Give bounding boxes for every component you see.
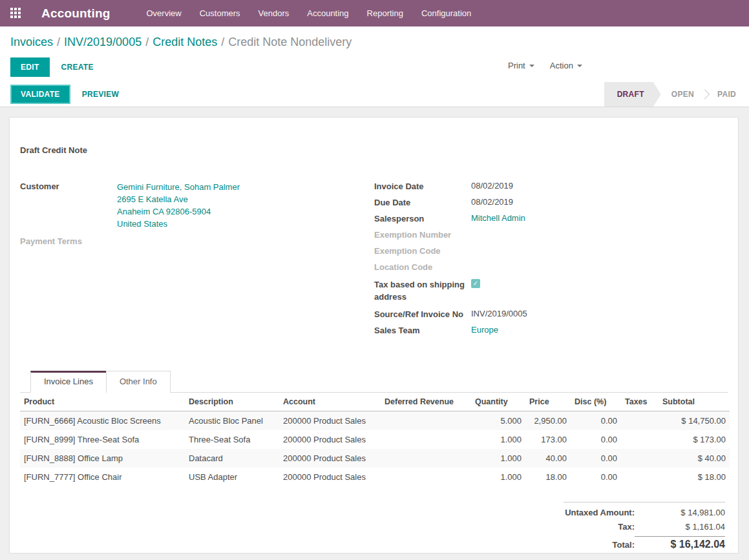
tab-other-info[interactable]: Other Info xyxy=(106,371,171,393)
salesperson-value[interactable]: Mitchell Admin xyxy=(471,213,525,223)
invoice-date-label: Invoice Date xyxy=(374,181,471,191)
table-row[interactable]: [FURN_7777] Office Chair USB Adapter 200… xyxy=(20,468,730,486)
cell-taxes[interactable] xyxy=(621,449,659,468)
source-ref-value: INV/2019/0005 xyxy=(471,309,527,319)
top-navbar: Accounting Overview Customers Vendors Ac… xyxy=(0,0,749,26)
cell-deferred[interactable] xyxy=(381,430,471,449)
total-row: Total: $ 16,142.04 xyxy=(564,536,725,550)
cell-disc[interactable]: 0.00 xyxy=(571,468,621,486)
breadcrumb-credit-notes[interactable]: Credit Notes xyxy=(153,36,217,48)
apps-grid-icon[interactable] xyxy=(10,8,22,19)
exemption-code-field: Exemption Code xyxy=(374,245,726,256)
cell-description[interactable]: Acoustic Bloc Panel xyxy=(185,411,279,431)
print-dropdown[interactable]: Print xyxy=(508,61,534,70)
invoice-lines-table: Product Description Account Deferred Rev… xyxy=(20,393,730,486)
cell-price[interactable]: 2,950.00 xyxy=(525,411,571,431)
breadcrumb-invoice-number[interactable]: INV/2019/0005 xyxy=(64,36,142,48)
cell-price[interactable]: 18.00 xyxy=(525,468,571,486)
cell-deferred[interactable] xyxy=(381,449,471,468)
cell-product[interactable]: [FURN_6666] Acoustic Bloc Screens xyxy=(20,411,185,431)
menu-reporting[interactable]: Reporting xyxy=(367,8,403,18)
breadcrumb-invoices[interactable]: Invoices xyxy=(10,36,53,48)
cell-subtotal[interactable]: $ 40.00 xyxy=(659,449,730,468)
status-draft[interactable]: DRAFT xyxy=(604,82,661,107)
tax-row: Tax: $ 1,161.04 xyxy=(564,522,725,532)
cell-deferred[interactable] xyxy=(381,411,471,431)
cell-disc[interactable]: 0.00 xyxy=(571,430,621,449)
cell-account[interactable]: 200000 Product Sales xyxy=(279,430,381,449)
menu-customers[interactable]: Customers xyxy=(200,8,240,18)
cell-account[interactable]: 200000 Product Sales xyxy=(279,449,381,468)
tax-label: Tax: xyxy=(618,522,635,532)
breadcrumb-separator: / xyxy=(57,36,60,48)
menu-overview[interactable]: Overview xyxy=(147,8,182,18)
tax-shipping-checkbox[interactable]: ✓ xyxy=(471,279,480,288)
cell-subtotal[interactable]: $ 173.00 xyxy=(659,430,730,449)
source-ref-label: Source/Ref Invoice No xyxy=(374,309,471,319)
col-account: Account xyxy=(279,393,381,411)
preview-button[interactable]: PREVIEW xyxy=(82,90,119,99)
cell-price[interactable]: 173.00 xyxy=(525,430,571,449)
status-pills: DRAFT OPEN PAID xyxy=(604,82,749,107)
table-header-row: Product Description Account Deferred Rev… xyxy=(20,393,730,411)
cell-description[interactable]: Three-Seat Sofa xyxy=(185,430,279,449)
location-code-field: Location Code xyxy=(374,262,726,272)
customer-label: Customer xyxy=(20,181,117,230)
untaxed-amount-row: Untaxed Amount: $ 14,981.00 xyxy=(564,508,725,517)
cell-description[interactable]: USB Adapter xyxy=(185,468,279,486)
validate-button[interactable]: VALIDATE xyxy=(10,85,70,104)
table-row[interactable]: [FURN_8888] Office Lamp Datacard 200000 … xyxy=(20,449,730,468)
customer-country[interactable]: United States xyxy=(117,218,240,230)
cell-description[interactable]: Datacard xyxy=(185,449,279,468)
table-row[interactable]: [FURN_8999] Three-Seat Sofa Three-Seat S… xyxy=(20,430,730,449)
cell-account[interactable]: 200000 Product Sales xyxy=(279,468,381,486)
statusbar: VALIDATE PREVIEW DRAFT OPEN PAID xyxy=(0,82,749,107)
cell-subtotal[interactable]: $ 14,750.00 xyxy=(659,411,730,431)
customer-value[interactable]: Gemini Furniture, Soham Palmer 2695 E Ka… xyxy=(117,181,240,230)
caret-down-icon xyxy=(529,65,534,67)
menu-configuration[interactable]: Configuration xyxy=(421,8,471,18)
action-dropdown[interactable]: Action xyxy=(550,61,582,70)
cell-disc[interactable]: 0.00 xyxy=(571,411,621,431)
cell-product[interactable]: [FURN_8999] Three-Seat Sofa xyxy=(20,430,185,449)
col-taxes: Taxes xyxy=(621,393,659,411)
cell-taxes[interactable] xyxy=(621,411,659,431)
print-label: Print xyxy=(508,61,525,70)
cell-quantity[interactable]: 1.000 xyxy=(471,449,525,468)
cell-quantity[interactable]: 1.000 xyxy=(471,430,525,449)
cell-taxes[interactable] xyxy=(621,430,659,449)
cell-product[interactable]: [FURN_7777] Office Chair xyxy=(20,468,185,486)
status-open[interactable]: OPEN xyxy=(661,82,707,107)
tax-shipping-field: Tax based on shipping address ✓ xyxy=(374,278,726,303)
customer-city[interactable]: Anaheim CA 92806-5904 xyxy=(117,205,240,218)
cell-subtotal[interactable]: $ 18.00 xyxy=(659,468,730,486)
due-date-label: Due Date xyxy=(374,197,471,207)
col-disc: Disc (%) xyxy=(571,393,621,411)
create-button[interactable]: CREATE xyxy=(61,63,94,72)
cell-taxes[interactable] xyxy=(621,468,659,486)
status-paid[interactable]: PAID xyxy=(707,82,749,107)
total-label: Total: xyxy=(613,540,635,550)
cell-deferred[interactable] xyxy=(381,468,471,486)
cell-account[interactable]: 200000 Product Sales xyxy=(279,411,381,431)
untaxed-amount-value: $ 14,981.00 xyxy=(635,508,725,517)
customer-name[interactable]: Gemini Furniture, Soham Palmer xyxy=(117,181,240,193)
table-row[interactable]: [FURN_6666] Acoustic Bloc Screens Acoust… xyxy=(20,411,730,431)
breadcrumb-separator: / xyxy=(221,36,224,48)
tab-invoice-lines[interactable]: Invoice Lines xyxy=(30,371,107,393)
main-menu: Overview Customers Vendors Accounting Re… xyxy=(147,8,472,18)
cell-product[interactable]: [FURN_8888] Office Lamp xyxy=(20,449,185,468)
due-date-field: Due Date 08/02/2019 xyxy=(374,197,726,207)
sales-team-value[interactable]: Europe xyxy=(471,325,498,335)
app-title: Accounting xyxy=(41,6,111,21)
total-value: $ 16,142.04 xyxy=(635,536,725,550)
menu-accounting[interactable]: Accounting xyxy=(307,8,348,18)
customer-street[interactable]: 2695 E Katella Ave xyxy=(117,193,240,205)
cell-quantity[interactable]: 5.000 xyxy=(471,411,525,431)
cell-disc[interactable]: 0.00 xyxy=(571,449,621,468)
edit-button[interactable]: EDIT xyxy=(10,57,50,77)
menu-vendors[interactable]: Vendors xyxy=(258,8,290,18)
totals-section: Untaxed Amount: $ 14,981.00 Tax: $ 1,161… xyxy=(20,502,728,554)
cell-price[interactable]: 40.00 xyxy=(525,449,571,468)
cell-quantity[interactable]: 1.000 xyxy=(471,468,525,486)
